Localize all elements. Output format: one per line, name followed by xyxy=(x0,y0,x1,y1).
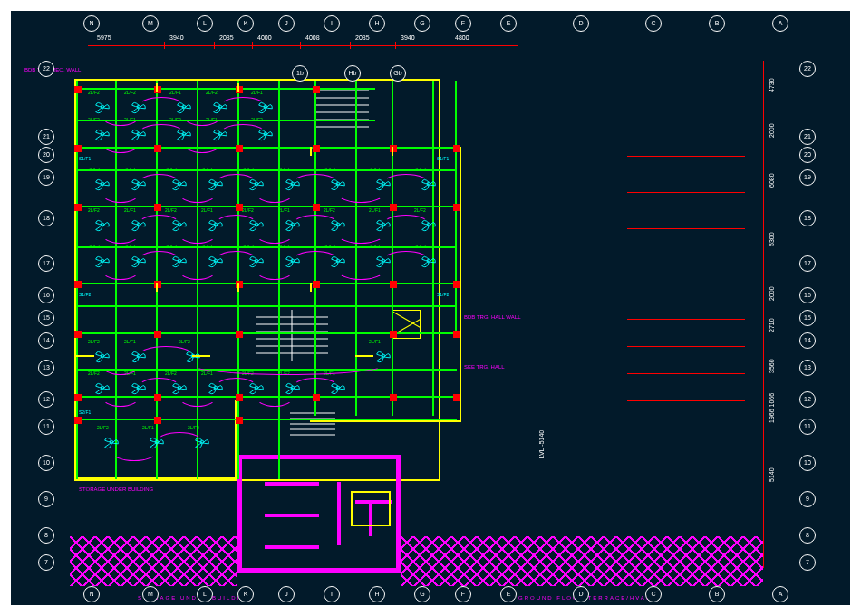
fan-tag: 2L/F2 xyxy=(414,207,426,213)
dim-label-top: 4000 xyxy=(257,34,272,41)
wire-arc xyxy=(138,346,194,366)
grid-bubble-bottom: L xyxy=(197,586,213,602)
dim-tick xyxy=(450,42,450,49)
grid-bubble-left: 13 xyxy=(38,360,54,376)
dim-label-top: 2085 xyxy=(355,34,370,41)
wire-arc xyxy=(292,215,339,235)
beam-h xyxy=(76,332,457,334)
grid-bubble-bottom: K xyxy=(237,586,254,602)
fan-tag: 2L/F2 xyxy=(88,117,100,122)
grid-bubble-bottom: M xyxy=(142,586,159,602)
level-label: LVL -5140 xyxy=(538,430,545,459)
dim-label-top: 4800 xyxy=(455,34,469,41)
leader-line xyxy=(627,373,745,374)
grid-bubble-left: 15 xyxy=(38,310,54,326)
grid-bubble-right: 12 xyxy=(799,391,816,408)
grid-bubble-right: 15 xyxy=(799,310,816,326)
wire-arc xyxy=(102,355,140,375)
grid-bubble-top: K xyxy=(237,15,254,32)
grid-bubble-right: 22 xyxy=(799,61,816,77)
fan-tag: 2L/F2 xyxy=(188,425,199,430)
column xyxy=(74,417,82,424)
dim-label-right: 2000 xyxy=(769,286,775,301)
fan-tag: 2L/F2 xyxy=(242,207,254,213)
dim-line-top xyxy=(88,45,518,46)
dim-label-right: 5300 xyxy=(769,232,775,246)
hatch-right xyxy=(401,536,763,586)
stair-3 xyxy=(290,408,335,444)
column xyxy=(453,331,460,338)
grid-bubble-left: 7 xyxy=(38,554,54,571)
wire-arc xyxy=(292,378,339,398)
leader-line xyxy=(627,265,745,265)
grid-bubble-bottom: H xyxy=(369,586,385,602)
dim-tick xyxy=(92,42,92,49)
fan-tag: 2L/F2 xyxy=(88,244,100,249)
cad-canvas[interactable]: 1b Hb Gb BDB TRG. REQ. WALL STORAGE UNDE… xyxy=(11,11,850,605)
fan-tag: 2L/F2 xyxy=(242,167,254,172)
column xyxy=(313,204,320,211)
column xyxy=(313,281,320,288)
door-jamb xyxy=(355,355,373,357)
wire-arc xyxy=(382,215,430,235)
dim-label-top: 5975 xyxy=(97,34,111,41)
wire-arc xyxy=(102,387,140,407)
grid-bubble-top: M xyxy=(142,15,159,32)
leader-line xyxy=(627,156,745,157)
fan-tag: 2L/F1 xyxy=(251,90,263,95)
dim-label-right: 5140 xyxy=(769,467,775,482)
column xyxy=(74,331,82,338)
door-jamb xyxy=(310,147,312,156)
grid-bubble-interior: Hb xyxy=(344,65,361,82)
column xyxy=(390,394,397,401)
fan-tag: 2L/F1 xyxy=(201,167,213,172)
wire-arc xyxy=(219,124,266,144)
grid-bubble-top: B xyxy=(709,15,725,32)
fan-tag: 2L/F2 xyxy=(88,90,100,95)
beam-v xyxy=(432,81,434,416)
grid-bubble-right: 7 xyxy=(799,554,816,571)
grid-bubble-bottom: F xyxy=(455,586,471,602)
leader-line xyxy=(627,400,745,401)
grid-bubble-left: 20 xyxy=(38,147,54,163)
grid-bubble-right: 9 xyxy=(799,491,816,507)
fan-tag: 2L/F1 xyxy=(278,207,290,213)
grid-bubble-left: 11 xyxy=(38,419,54,435)
fan-tag: 2L/F1 xyxy=(369,339,381,344)
dim-label-right: 6080 xyxy=(769,173,775,188)
grid-bubble-left: 12 xyxy=(38,391,54,408)
grid-bubble-top: D xyxy=(573,15,589,32)
leader-line xyxy=(627,228,745,229)
grid-bubble-bottom: N xyxy=(83,586,100,602)
dim-label-right: 4730 xyxy=(769,78,775,92)
lower-wall xyxy=(237,455,401,459)
column xyxy=(236,331,243,338)
fan-tag: 2L/F2 xyxy=(88,339,100,344)
grid-bubble-left: 16 xyxy=(38,287,54,303)
beam-h xyxy=(76,283,457,284)
wire-arc xyxy=(215,251,257,271)
grid-bubble-top: N xyxy=(83,15,100,32)
dim-label-right: 2710 xyxy=(769,318,775,332)
grid-bubble-bottom: G xyxy=(414,586,430,602)
fan-tag: 2L/F2 xyxy=(88,207,100,213)
dim-line-right xyxy=(763,61,764,568)
column xyxy=(236,417,243,424)
lower-yellow-box xyxy=(351,491,391,526)
wire-arc xyxy=(382,174,430,194)
grid-bubble-top: C xyxy=(645,15,662,32)
wire-arc xyxy=(337,183,384,203)
wire-arc xyxy=(102,106,140,126)
column xyxy=(74,204,82,211)
column xyxy=(453,145,460,152)
fan-tag: 2L/F2 xyxy=(165,207,177,213)
dim-label-top: 4008 xyxy=(305,34,320,41)
lower-wall xyxy=(265,482,319,486)
fan-tag: 2L/F1 xyxy=(201,207,213,213)
door-jamb xyxy=(192,355,210,357)
grid-bubble-right: 14 xyxy=(799,332,816,349)
grid-bubble-right: 19 xyxy=(799,169,816,186)
grid-bubble-right: 16 xyxy=(799,287,816,303)
grid-bubble-top: F xyxy=(455,15,471,32)
door-jamb xyxy=(392,147,393,156)
